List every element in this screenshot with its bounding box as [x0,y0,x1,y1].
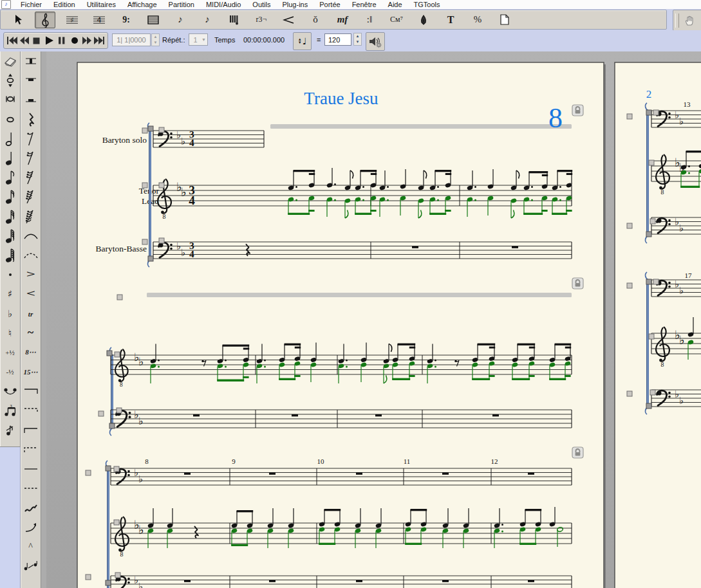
whole-rest[interactable] [184,473,191,475]
menu-plug-ins[interactable]: Plug-ins [276,0,313,9]
edit-handle[interactable] [627,223,632,228]
audio-settings-button[interactable] [366,32,385,51]
whole-rest[interactable] [528,473,534,475]
whole-rest[interactable] [492,414,499,416]
smart-shape-tool[interactable] [278,12,299,28]
selection-tool[interactable] [8,12,28,28]
tempo-input[interactable]: 120 [324,33,351,46]
edit-handle[interactable] [649,334,654,339]
mordent-tool[interactable]: ~ [21,324,41,343]
edit-handle[interactable] [627,391,632,396]
whole-rest[interactable] [528,580,534,582]
repeat-select[interactable]: 1 ▼ [189,33,208,46]
tempo-spinner[interactable]: ▲▼ [353,33,362,46]
eighth-note-tool[interactable] [0,168,20,187]
fast-forward-button[interactable] [81,34,93,47]
sixteenth-rest-tool[interactable] [21,149,41,168]
edit-handle[interactable] [86,574,91,580]
flat-tool[interactable]: ♭ [0,304,20,323]
edit-handle[interactable] [115,352,120,357]
edit-handle[interactable] [148,256,153,261]
hyperscribe-tool[interactable] [224,12,245,28]
skip-start-button[interactable] [6,34,18,47]
dashed-bracket-tool[interactable] [21,401,41,420]
whole-rest[interactable] [512,246,518,248]
sixtyfourth-rest-tool[interactable] [21,187,41,207]
pause-button[interactable] [56,34,68,47]
edit-handle[interactable] [117,408,122,413]
hook-bracket-tool[interactable] [21,421,41,440]
grace-note-tool[interactable] [0,421,20,440]
text-tool[interactable]: T [440,12,461,28]
trill-tool[interactable]: tr [21,304,41,323]
minus-half-step-tool[interactable]: -½ [0,362,20,381]
thirtysecond-rest-tool[interactable] [21,168,41,187]
key-signature-tool[interactable]: ♯ [62,12,82,28]
sixtyfourth-note-tool[interactable] [0,226,20,246]
whole-rest[interactable] [412,246,418,248]
menu-midi-audio[interactable]: MIDI/Audio [200,0,247,9]
augmentation-dot-tool[interactable] [0,265,20,284]
eraser-tool[interactable] [0,51,20,71]
play-button[interactable] [44,34,55,47]
repeat-tool[interactable]: :‖ [359,12,380,28]
whole-rest[interactable] [193,414,200,416]
note-line-tool[interactable] [21,556,41,576]
tuplet-entry-tool[interactable]: 3 [0,401,20,420]
lock-icon[interactable] [572,278,583,289]
menu-fichier[interactable]: Fichier [15,0,48,9]
edit-handle[interactable] [650,390,655,395]
stop-button[interactable] [31,34,42,47]
edit-handle[interactable] [148,126,153,131]
edit-handle[interactable] [98,411,104,416]
ottava-tool[interactable]: 8⋯ [21,343,41,362]
menu-edition[interactable]: Edition [48,0,81,9]
sixteenth-note-tool[interactable] [0,187,20,207]
edit-handle[interactable] [117,295,122,300]
edit-handle[interactable] [86,470,91,475]
articulation-tool[interactable]: ǒ [305,12,326,28]
edit-handle[interactable] [159,238,164,243]
menu-utilitaires[interactable]: Utilitaires [81,0,122,9]
mirror-tool[interactable]: % [467,12,488,28]
staff-label[interactable]: Baryton solo [102,135,147,145]
menu-aide[interactable]: Aide [382,0,408,9]
wedge-tool[interactable]: ^ [21,537,41,556]
menu-fen-tre[interactable]: Fenêtre [346,0,382,9]
edit-handle[interactable] [107,351,112,356]
edit-handle[interactable] [627,114,632,119]
half-note-tool[interactable] [0,129,20,149]
tempo-unit-button[interactable]: ▲▼ ♩ [293,32,312,50]
double-whole-note-tool[interactable] [0,90,20,109]
collapsed-staff-bar[interactable] [147,293,572,297]
collapsed-staff-bar[interactable] [270,124,572,129]
chord-tool[interactable]: Cᴍ⁷ [386,12,407,28]
bend-tool[interactable] [21,518,41,537]
edit-handle[interactable] [159,127,164,133]
dashed-hook-tool[interactable] [21,440,41,459]
sharp-tool[interactable]: ♯ [0,284,20,304]
natural-tool[interactable]: ♮ [0,324,20,343]
staff-tool[interactable] [35,12,55,28]
whole-rest[interactable] [375,414,382,416]
page-layout-tool[interactable] [494,12,515,28]
simple-entry-tool[interactable]: ♪ [170,12,191,28]
edit-handle[interactable] [650,219,655,224]
edit-handle[interactable] [646,232,651,237]
edit-handle[interactable] [646,279,651,284]
toolbar-grip[interactable] [675,14,679,28]
whole-rest[interactable] [356,580,362,582]
glissando-tool[interactable] [21,498,41,517]
edit-handle[interactable] [115,573,120,578]
measure-tool[interactable] [143,12,164,28]
menu-partition[interactable]: Partition [163,0,200,9]
hand-grabber-tool[interactable] [682,12,698,29]
whole-rest[interactable] [442,580,449,582]
edit-handle[interactable] [114,520,119,525]
title[interactable]: Traue Jesu [304,89,379,108]
edit-handle[interactable] [653,110,659,115]
hairpin-tool[interactable]: < [21,284,41,304]
whole-rest[interactable] [356,473,362,475]
lock-icon[interactable] [572,105,583,116]
menu-affichage[interactable]: Affichage [122,0,163,9]
